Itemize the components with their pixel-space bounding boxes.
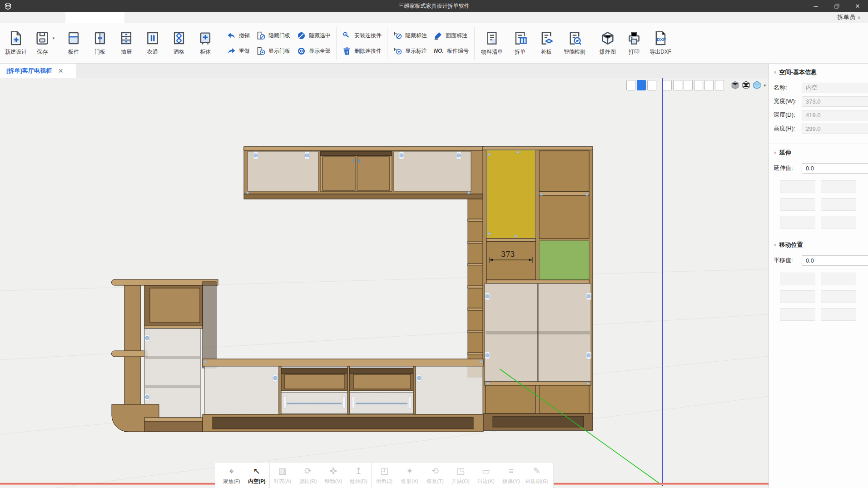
camera-view-button[interactable]: [715, 80, 724, 90]
move-direction-button[interactable]: [821, 290, 856, 303]
move-direction-button[interactable]: [780, 308, 815, 321]
name-field[interactable]: [802, 83, 868, 93]
minimize-button[interactable]: ─: [805, 0, 826, 12]
3d-scene[interactable]: 373: [0, 78, 769, 488]
extend-direction-button[interactable]: [780, 180, 815, 193]
install-connectors-button[interactable]: 安装连接件: [342, 30, 382, 41]
menu-tab[interactable]: [124, 12, 184, 23]
solid-cube-icon[interactable]: [730, 80, 740, 90]
render-mode-caret-icon[interactable]: ▾: [764, 83, 766, 88]
modeling-tool-button[interactable]: 材质刷(G): [524, 463, 550, 488]
tv-stand-glass-door-left[interactable]: [204, 366, 279, 414]
move-value-input[interactable]: [802, 255, 868, 266]
collapse-icon[interactable]: ∨: [774, 150, 777, 155]
modeling-tool-button[interactable]: 旋转(R): [295, 463, 321, 488]
panel-button[interactable]: 板件: [60, 29, 87, 58]
extend-direction-button[interactable]: [821, 216, 856, 229]
camera-view-button[interactable]: [684, 80, 693, 90]
save-button[interactable]: ▾ 保存: [29, 29, 55, 58]
highlighted-space-green[interactable]: [539, 241, 589, 280]
save-dropdown-caret[interactable]: ▾: [52, 36, 55, 40]
left-corner-unit[interactable]: [112, 279, 218, 432]
split-order-button[interactable]: 拆单: [507, 29, 533, 58]
move-direction-button[interactable]: [821, 308, 856, 321]
upper-middle-door-right[interactable]: [357, 157, 390, 190]
export-dxf-button[interactable]: 导出DXF: [647, 29, 674, 58]
print-button[interactable]: 打印: [621, 29, 647, 58]
hide-doors-button[interactable]: 隐藏门板: [256, 30, 290, 41]
patch-panel-button[interactable]: 补板: [533, 29, 560, 58]
undo-button[interactable]: 撤销: [227, 30, 250, 41]
close-tab-icon[interactable]: ✕: [58, 67, 64, 75]
drawer-button[interactable]: 抽屉: [113, 29, 139, 58]
furniture-wall-unit[interactable]: 373: [112, 147, 593, 432]
hide-dimensions-button[interactable]: 隐藏标注: [393, 30, 427, 41]
height-field[interactable]: [802, 124, 868, 134]
extend-value-input[interactable]: [802, 163, 868, 174]
modeling-tool-button[interactable]: 倒角(J): [372, 463, 397, 488]
bom-button[interactable]: 物料清单: [477, 29, 507, 58]
upper-cabinet-row[interactable]: [244, 147, 484, 199]
cubby[interactable]: [539, 385, 589, 413]
show-all-button[interactable]: 显示全部: [297, 45, 331, 57]
modeling-tool-button[interactable]: 延伸(D): [346, 463, 372, 488]
modeling-tool-button[interactable]: 聚焦(F): [219, 463, 244, 488]
selected-inner-space[interactable]: [486, 150, 536, 239]
modeling-tool-button[interactable]: 封边(K): [473, 463, 499, 488]
upper-middle-door-left[interactable]: [322, 157, 355, 190]
new-design-button[interactable]: 新建设计: [3, 29, 29, 58]
right-column[interactable]: [483, 147, 593, 430]
face-dimension-button[interactable]: 面面标注: [433, 30, 469, 41]
modeling-tool-button[interactable]: 对齐(A): [270, 463, 295, 488]
move-direction-button[interactable]: [780, 290, 815, 303]
redo-button[interactable]: 重做: [227, 45, 250, 57]
exploded-view-button[interactable]: 爆炸图: [595, 29, 621, 58]
cubby[interactable]: [539, 151, 589, 192]
modeling-tool-button[interactable]: 内空(P): [244, 463, 270, 488]
display-mode-button[interactable]: [647, 80, 656, 90]
transparent-cube-icon[interactable]: [752, 80, 762, 90]
extend-direction-button[interactable]: [780, 216, 815, 229]
extend-direction-button[interactable]: [780, 198, 815, 211]
camera-view-button[interactable]: [663, 80, 672, 90]
wireframe-cube-icon[interactable]: [741, 80, 751, 90]
modeling-tool-button[interactable]: 移动(V): [321, 463, 346, 488]
cubby[interactable]: [539, 195, 589, 239]
close-button[interactable]: ✕: [847, 0, 868, 12]
tv-stand-row[interactable]: [203, 359, 483, 432]
wine-rack-button[interactable]: 酒格: [166, 29, 192, 58]
spine-shelf-column[interactable]: [468, 199, 483, 377]
modeling-tool-button[interactable]: 恢复(T): [422, 463, 448, 488]
camera-view-button[interactable]: [704, 80, 714, 90]
modeling-tool-button[interactable]: 造形(X): [397, 463, 422, 488]
move-direction-button[interactable]: [821, 273, 856, 285]
show-doors-button[interactable]: 显示门板: [256, 45, 290, 57]
restore-button[interactable]: [826, 0, 847, 12]
panel-numbering-button[interactable]: NO.板件编号: [433, 45, 469, 57]
camera-view-button[interactable]: [694, 80, 703, 90]
move-direction-button[interactable]: [780, 273, 815, 285]
width-field[interactable]: [802, 96, 868, 107]
show-dimensions-button[interactable]: 显示标注: [393, 45, 427, 57]
cabinet-body-button[interactable]: 柜体: [192, 29, 218, 58]
dimensioned-cell[interactable]: [486, 242, 536, 280]
smart-check-button[interactable]: 智能检测: [560, 29, 590, 58]
modeling-tool-button[interactable]: 开缺(O): [448, 463, 473, 488]
clothes-rail-button[interactable]: 衣通: [139, 29, 166, 58]
door-button[interactable]: 门板: [87, 29, 113, 58]
document-tab[interactable]: [拆单]客厅电视柜 ✕: [0, 64, 76, 78]
extend-direction-button[interactable]: [821, 198, 856, 211]
display-mode-button[interactable]: [626, 80, 635, 90]
dark-glass-side-panel[interactable]: [203, 282, 216, 368]
collapse-icon[interactable]: ∨: [774, 243, 777, 247]
camera-view-button[interactable]: [673, 80, 682, 90]
delete-connectors-button[interactable]: 删除连接件: [342, 45, 382, 57]
3d-viewport[interactable]: 373 ▾ 聚焦(F): [0, 78, 769, 488]
menu-tab[interactable]: [65, 12, 124, 23]
depth-field[interactable]: [802, 110, 868, 120]
collapse-icon[interactable]: ∨: [774, 70, 777, 75]
tv-stand-glass-door-right[interactable]: [416, 366, 483, 414]
modeling-tool-button[interactable]: 板厚(Y): [499, 463, 524, 488]
hide-selected-button[interactable]: 隐藏选中: [297, 30, 331, 41]
display-mode-button[interactable]: [637, 80, 646, 90]
